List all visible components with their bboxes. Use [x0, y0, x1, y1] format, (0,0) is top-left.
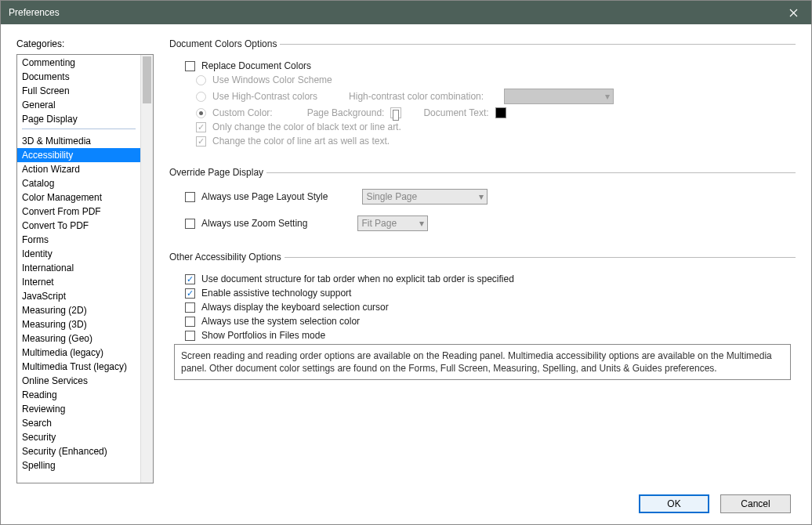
label-tab-order: Use document structure for tab order whe…: [201, 273, 514, 284]
category-item[interactable]: Page Display: [17, 112, 140, 126]
category-item[interactable]: Color Management: [17, 190, 140, 205]
category-item[interactable]: 3D & Multimedia: [17, 134, 140, 148]
category-item[interactable]: Security: [17, 430, 140, 444]
category-item[interactable]: Online Services: [17, 374, 140, 388]
radio-high-contrast: [196, 92, 206, 102]
category-item[interactable]: Documents: [17, 70, 140, 84]
label-page-layout: Always use Page Layout Style: [201, 191, 328, 202]
categories-listbox[interactable]: CommentingDocumentsFull ScreenGeneralPag…: [16, 54, 154, 483]
group-other-accessibility: Other Accessibility Options Use document…: [169, 252, 796, 385]
checkbox-tab-order[interactable]: [185, 274, 195, 284]
radio-windows-colors: [196, 75, 206, 85]
preferences-dialog: Preferences Categories: CommentingDocume…: [0, 0, 812, 525]
legend-other: Other Accessibility Options: [169, 252, 285, 262]
category-item[interactable]: Measuring (3D): [17, 317, 140, 331]
label-change-lineart: Change the color of line art as well as …: [212, 136, 390, 147]
chevron-down-icon: ▾: [605, 91, 610, 102]
category-item[interactable]: Convert To PDF: [17, 219, 140, 233]
label-portfolios: Show Portfolios in Files mode: [201, 330, 325, 341]
checkbox-replace-colors[interactable]: [185, 61, 195, 71]
category-item[interactable]: International: [17, 261, 140, 275]
label-hc-combo: High-contrast color combination:: [349, 91, 484, 102]
category-item[interactable]: Measuring (Geo): [17, 331, 140, 346]
checkbox-assistive[interactable]: [185, 288, 195, 299]
checkbox-only-black: [196, 122, 206, 132]
label-assistive: Enable assistive technology support: [201, 288, 351, 299]
category-item[interactable]: Multimedia Trust (legacy): [17, 360, 140, 374]
category-separator: [22, 129, 136, 129]
checkbox-portfolios[interactable]: [185, 331, 195, 341]
chevron-down-icon: ▾: [419, 218, 424, 229]
combo-zoom-value: Fit Page: [361, 218, 397, 229]
category-item[interactable]: Measuring (2D): [17, 303, 140, 317]
label-zoom: Always use Zoom Setting: [201, 218, 307, 229]
category-item[interactable]: Action Wizard: [17, 162, 140, 176]
combo-zoom[interactable]: Fit Page ▾: [357, 215, 428, 231]
close-button[interactable]: [776, 1, 811, 24]
category-item[interactable]: Identity: [17, 247, 140, 261]
combo-high-contrast: ▾: [504, 89, 614, 104]
legend-document-colors: Document Colors Options: [169, 38, 280, 49]
titlebar: Preferences: [1, 1, 811, 24]
legend-override: Override Page Display: [169, 167, 266, 178]
label-page-bg: Page Background:: [307, 107, 385, 118]
label-only-black: Only change the color of black text or l…: [212, 121, 401, 132]
swatch-page-bg: [390, 107, 401, 118]
category-item[interactable]: Multimedia (legacy): [17, 346, 140, 360]
category-item[interactable]: Convert From PDF: [17, 205, 140, 219]
category-item[interactable]: Commenting: [17, 56, 140, 70]
checkbox-kb-cursor[interactable]: [185, 302, 195, 313]
checkbox-change-lineart: [196, 136, 206, 147]
chevron-down-icon: ▾: [479, 191, 484, 202]
label-high-contrast: Use High-Contrast colors: [212, 91, 317, 102]
label-custom-color: Custom Color:: [212, 107, 273, 118]
category-item[interactable]: Spelling: [17, 458, 140, 472]
label-replace-colors: Replace Document Colors: [201, 60, 311, 71]
category-item[interactable]: Full Screen: [17, 84, 140, 98]
label-kb-cursor: Always display the keyboard selection cu…: [201, 302, 389, 313]
label-doc-text: Document Text:: [423, 107, 488, 118]
category-item[interactable]: Forms: [17, 233, 140, 247]
close-icon: [789, 9, 798, 17]
radio-custom-color: [196, 108, 206, 118]
window-title: Preferences: [9, 7, 60, 18]
category-item[interactable]: Search: [17, 416, 140, 430]
categories-label: Categories:: [16, 38, 154, 49]
swatch-doc-text: [495, 107, 506, 118]
group-override-page-display: Override Page Display Always use Page La…: [169, 167, 796, 239]
category-item[interactable]: Internet: [17, 275, 140, 289]
combo-page-layout-value: Single Page: [366, 191, 417, 202]
category-item[interactable]: Reading: [17, 388, 140, 402]
label-sys-sel: Always use the system selection color: [201, 316, 360, 327]
ok-button[interactable]: OK: [639, 494, 709, 513]
combo-page-layout[interactable]: Single Page ▾: [362, 189, 488, 205]
category-item[interactable]: Catalog: [17, 176, 140, 190]
checkbox-zoom[interactable]: [185, 219, 195, 229]
dialog-footer: OK Cancel: [1, 483, 811, 524]
category-item[interactable]: General: [17, 98, 140, 112]
swatch-page-bg-inner: [393, 110, 399, 121]
checkbox-page-layout[interactable]: [185, 192, 195, 202]
scroll-thumb[interactable]: [143, 56, 151, 103]
label-windows-colors: Use Windows Color Scheme: [212, 74, 332, 85]
group-document-colors: Document Colors Options Replace Document…: [169, 38, 796, 154]
cancel-button[interactable]: Cancel: [720, 494, 791, 513]
category-item[interactable]: Accessibility: [17, 148, 140, 162]
scrollbar[interactable]: [140, 55, 153, 483]
checkbox-sys-sel[interactable]: [185, 317, 195, 327]
info-note: Screen reading and reading order options…: [174, 344, 791, 380]
category-item[interactable]: Security (Enhanced): [17, 444, 140, 458]
category-item[interactable]: Reviewing: [17, 402, 140, 416]
category-item[interactable]: JavaScript: [17, 289, 140, 303]
